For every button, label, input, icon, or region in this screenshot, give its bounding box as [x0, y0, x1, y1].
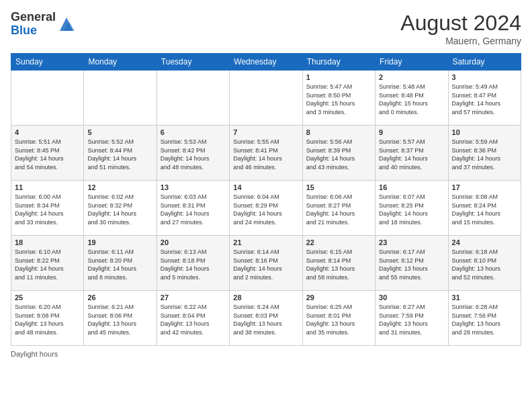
- day-number: 4: [15, 128, 80, 136]
- logo-blue-text: Blue: [11, 24, 37, 37]
- weekday-header: Tuesday: [157, 54, 229, 71]
- day-info: Sunrise: 6:02 AM Sunset: 8:32 PM Dayligh…: [87, 193, 152, 226]
- logo: General Blue: [11, 11, 76, 38]
- day-number: 11: [15, 183, 80, 191]
- calendar-cell: 29Sunrise: 6:25 AM Sunset: 8:01 PM Dayli…: [302, 291, 375, 346]
- calendar-cell: 9Sunrise: 5:57 AM Sunset: 8:37 PM Daylig…: [375, 126, 448, 181]
- location: Mauern, Germany: [400, 36, 521, 46]
- footer-label: Daylight hours: [11, 350, 58, 358]
- calendar-cell: 16Sunrise: 6:07 AM Sunset: 8:25 PM Dayli…: [375, 181, 448, 236]
- day-info: Sunrise: 5:51 AM Sunset: 8:45 PM Dayligh…: [15, 138, 80, 171]
- calendar-cell: 1Sunrise: 5:47 AM Sunset: 8:50 PM Daylig…: [302, 71, 375, 126]
- day-number: 24: [452, 238, 517, 246]
- day-info: Sunrise: 6:08 AM Sunset: 8:24 PM Dayligh…: [452, 193, 517, 226]
- day-number: 15: [306, 183, 371, 191]
- calendar-week-row: 25Sunrise: 6:20 AM Sunset: 8:08 PM Dayli…: [11, 291, 521, 346]
- calendar-week-row: 1Sunrise: 5:47 AM Sunset: 8:50 PM Daylig…: [11, 71, 521, 126]
- calendar-week-row: 4Sunrise: 5:51 AM Sunset: 8:45 PM Daylig…: [11, 126, 521, 181]
- day-info: Sunrise: 6:22 AM Sunset: 8:04 PM Dayligh…: [161, 303, 226, 336]
- day-number: 22: [306, 238, 371, 246]
- calendar-cell: 10Sunrise: 5:59 AM Sunset: 8:36 PM Dayli…: [448, 126, 521, 181]
- calendar-cell: 3Sunrise: 5:49 AM Sunset: 8:47 PM Daylig…: [448, 71, 521, 126]
- weekday-header: Saturday: [448, 54, 521, 71]
- calendar-cell: 5Sunrise: 5:52 AM Sunset: 8:44 PM Daylig…: [84, 126, 157, 181]
- calendar-cell: 22Sunrise: 6:15 AM Sunset: 8:14 PM Dayli…: [302, 236, 375, 291]
- calendar-cell: 8Sunrise: 5:56 AM Sunset: 8:39 PM Daylig…: [302, 126, 375, 181]
- day-info: Sunrise: 6:03 AM Sunset: 8:31 PM Dayligh…: [161, 193, 226, 226]
- weekday-header-row: SundayMondayTuesdayWednesdayThursdayFrid…: [11, 54, 521, 71]
- day-info: Sunrise: 5:55 AM Sunset: 8:41 PM Dayligh…: [233, 138, 298, 171]
- day-info: Sunrise: 5:53 AM Sunset: 8:42 PM Dayligh…: [161, 138, 226, 171]
- day-info: Sunrise: 6:21 AM Sunset: 8:06 PM Dayligh…: [87, 303, 152, 336]
- day-number: 14: [233, 183, 298, 191]
- day-info: Sunrise: 5:59 AM Sunset: 8:36 PM Dayligh…: [452, 138, 517, 171]
- day-info: Sunrise: 6:00 AM Sunset: 8:34 PM Dayligh…: [15, 193, 80, 226]
- day-info: Sunrise: 5:48 AM Sunset: 8:48 PM Dayligh…: [379, 83, 444, 116]
- day-info: Sunrise: 6:28 AM Sunset: 7:56 PM Dayligh…: [452, 303, 517, 336]
- logo-general-text: General: [11, 10, 56, 24]
- day-info: Sunrise: 6:25 AM Sunset: 8:01 PM Dayligh…: [306, 303, 371, 336]
- day-info: Sunrise: 5:52 AM Sunset: 8:44 PM Dayligh…: [87, 138, 152, 171]
- calendar-cell: 12Sunrise: 6:02 AM Sunset: 8:32 PM Dayli…: [84, 181, 157, 236]
- day-info: Sunrise: 6:18 AM Sunset: 8:10 PM Dayligh…: [452, 248, 517, 281]
- calendar-cell: 25Sunrise: 6:20 AM Sunset: 8:08 PM Dayli…: [11, 291, 84, 346]
- page: General Blue August 2024 Mauern, Germany…: [0, 0, 532, 411]
- weekday-header: Wednesday: [230, 54, 302, 71]
- day-number: 10: [452, 128, 517, 136]
- day-info: Sunrise: 5:56 AM Sunset: 8:39 PM Dayligh…: [306, 138, 371, 171]
- calendar-cell: 18Sunrise: 6:10 AM Sunset: 8:22 PM Dayli…: [11, 236, 84, 291]
- calendar-cell: 7Sunrise: 5:55 AM Sunset: 8:41 PM Daylig…: [230, 126, 302, 181]
- day-info: Sunrise: 6:04 AM Sunset: 8:29 PM Dayligh…: [233, 193, 298, 226]
- day-number: 6: [161, 128, 226, 136]
- day-info: Sunrise: 5:47 AM Sunset: 8:50 PM Dayligh…: [306, 83, 371, 116]
- calendar-cell: 11Sunrise: 6:00 AM Sunset: 8:34 PM Dayli…: [11, 181, 84, 236]
- day-number: 18: [15, 238, 80, 246]
- day-info: Sunrise: 6:17 AM Sunset: 8:12 PM Dayligh…: [379, 248, 444, 281]
- month-year: August 2024: [400, 11, 521, 36]
- day-number: 3: [452, 73, 517, 81]
- day-number: 2: [379, 73, 444, 81]
- header: General Blue August 2024 Mauern, Germany: [11, 11, 521, 46]
- day-number: 19: [87, 238, 152, 246]
- calendar-cell: [11, 71, 84, 126]
- day-number: 13: [161, 183, 226, 191]
- calendar-cell: 30Sunrise: 6:27 AM Sunset: 7:59 PM Dayli…: [375, 291, 448, 346]
- day-number: 30: [379, 293, 444, 302]
- calendar-cell: 23Sunrise: 6:17 AM Sunset: 8:12 PM Dayli…: [375, 236, 448, 291]
- calendar-cell: 2Sunrise: 5:48 AM Sunset: 8:48 PM Daylig…: [375, 71, 448, 126]
- day-info: Sunrise: 6:11 AM Sunset: 8:20 PM Dayligh…: [87, 248, 152, 281]
- day-info: Sunrise: 6:14 AM Sunset: 8:16 PM Dayligh…: [233, 248, 298, 281]
- day-info: Sunrise: 5:49 AM Sunset: 8:47 PM Dayligh…: [452, 83, 517, 116]
- day-number: 1: [306, 73, 371, 81]
- calendar-cell: 17Sunrise: 6:08 AM Sunset: 8:24 PM Dayli…: [448, 181, 521, 236]
- day-number: 21: [233, 238, 298, 246]
- calendar-cell: [84, 71, 157, 126]
- day-info: Sunrise: 6:10 AM Sunset: 8:22 PM Dayligh…: [15, 248, 80, 281]
- calendar-cell: 19Sunrise: 6:11 AM Sunset: 8:20 PM Dayli…: [84, 236, 157, 291]
- calendar-cell: 28Sunrise: 6:24 AM Sunset: 8:03 PM Dayli…: [230, 291, 302, 346]
- calendar-cell: [157, 71, 229, 126]
- day-number: 26: [87, 293, 152, 302]
- day-number: 25: [15, 293, 80, 302]
- day-number: 16: [379, 183, 444, 191]
- weekday-header: Sunday: [11, 54, 84, 71]
- calendar-week-row: 18Sunrise: 6:10 AM Sunset: 8:22 PM Dayli…: [11, 236, 521, 291]
- calendar-cell: 24Sunrise: 6:18 AM Sunset: 8:10 PM Dayli…: [448, 236, 521, 291]
- day-number: 31: [452, 293, 517, 302]
- calendar-cell: 14Sunrise: 6:04 AM Sunset: 8:29 PM Dayli…: [230, 181, 302, 236]
- day-number: 23: [379, 238, 444, 246]
- day-number: 28: [233, 293, 298, 302]
- day-info: Sunrise: 6:13 AM Sunset: 8:18 PM Dayligh…: [161, 248, 226, 281]
- day-number: 17: [452, 183, 517, 191]
- day-info: Sunrise: 6:15 AM Sunset: 8:14 PM Dayligh…: [306, 248, 371, 281]
- calendar-cell: 21Sunrise: 6:14 AM Sunset: 8:16 PM Dayli…: [230, 236, 302, 291]
- day-number: 29: [306, 293, 371, 302]
- day-info: Sunrise: 6:27 AM Sunset: 7:59 PM Dayligh…: [379, 303, 444, 336]
- day-number: 27: [161, 293, 226, 302]
- day-info: Sunrise: 6:24 AM Sunset: 8:03 PM Dayligh…: [233, 303, 298, 336]
- day-number: 9: [379, 128, 444, 136]
- day-number: 7: [233, 128, 298, 136]
- weekday-header: Thursday: [302, 54, 375, 71]
- title-block: August 2024 Mauern, Germany: [400, 11, 521, 46]
- day-number: 5: [87, 128, 152, 136]
